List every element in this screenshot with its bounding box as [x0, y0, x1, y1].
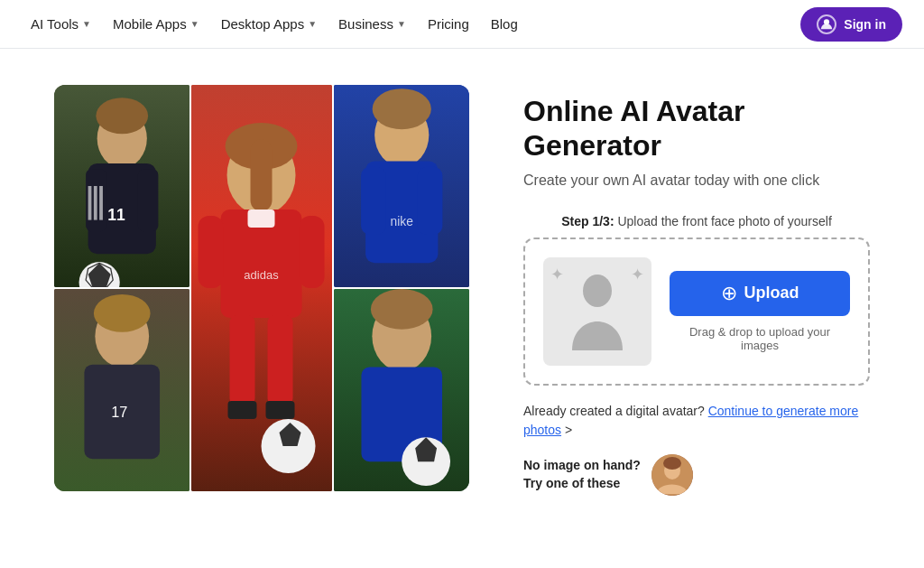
already-suffix: >	[565, 423, 572, 437]
collage-photo-right-bottom	[334, 289, 469, 491]
svg-rect-29	[266, 401, 295, 419]
right-panel: Online AI Avatar Generator Create your o…	[523, 85, 870, 496]
chevron-down-icon: ▼	[308, 19, 317, 29]
svg-rect-20	[251, 139, 273, 211]
user-icon	[817, 14, 836, 34]
svg-point-33	[372, 88, 430, 129]
already-created-text: Already created a digital avatar? Contin…	[523, 402, 870, 440]
svg-rect-36	[361, 167, 386, 235]
nav-item-desktop-apps[interactable]: Desktop Apps ▼	[212, 11, 326, 37]
collage-photo-right-top: nike	[334, 85, 469, 287]
svg-rect-27	[268, 315, 293, 405]
drag-drop-text: Drag & drop to upload your images	[670, 325, 850, 352]
svg-rect-37	[417, 167, 442, 235]
collage-photo-center: adidas	[191, 85, 331, 491]
upload-button-label: Upload	[744, 284, 799, 303]
svg-point-6	[96, 98, 148, 134]
svg-text:17: 17	[111, 404, 127, 420]
svg-text:adidas: adidas	[245, 268, 280, 282]
no-image-line1: No image on hand?	[523, 457, 641, 475]
step-description: Upload the front face photo of yourself	[617, 214, 831, 228]
upload-button[interactable]: ⊕ Upload	[670, 271, 850, 316]
upload-zone[interactable]: ✦ ✦ ⊕ Upload Drag & drop to upload your …	[523, 237, 870, 386]
chevron-down-icon: ▼	[82, 19, 91, 29]
collage-center-col: adidas	[191, 85, 331, 491]
nav-items: AI Tools ▼ Mobile Apps ▼ Desktop Apps ▼ …	[22, 11, 800, 37]
main-content: 11	[0, 49, 924, 532]
nav-label-blog: Blog	[491, 16, 518, 32]
nav-label-mobile-apps: Mobile Apps	[113, 16, 187, 32]
nav-label-ai-tools: AI Tools	[31, 16, 79, 32]
nav-label-pricing: Pricing	[428, 16, 469, 32]
svg-rect-26	[230, 315, 255, 405]
no-image-row: No image on hand? Try one of these	[523, 454, 870, 496]
photo-collage: 11	[54, 85, 469, 491]
svg-rect-24	[248, 210, 275, 228]
svg-rect-22	[199, 216, 224, 288]
upload-preview: ✦ ✦	[543, 257, 651, 366]
svg-point-43	[583, 275, 612, 307]
nav-item-ai-tools[interactable]: AI Tools ▼	[22, 11, 100, 37]
step-label: Step 1/3: Upload the front face photo of…	[523, 214, 870, 228]
collage-right-col: nike	[334, 85, 469, 491]
svg-point-46	[663, 457, 681, 470]
sign-in-button[interactable]: Sign in	[800, 7, 902, 42]
navbar: AI Tools ▼ Mobile Apps ▼ Desktop Apps ▼ …	[0, 0, 924, 49]
nav-item-business[interactable]: Business ▼	[329, 11, 415, 37]
svg-point-40	[370, 289, 432, 330]
sparkle-icon-tl: ✦	[550, 265, 564, 284]
plus-icon: ⊕	[721, 282, 737, 305]
upload-actions: ⊕ Upload Drag & drop to upload your imag…	[670, 271, 850, 352]
no-image-line2: Try one of these	[523, 475, 641, 493]
person-silhouette-icon	[561, 271, 633, 352]
nav-item-mobile-apps[interactable]: Mobile Apps ▼	[104, 11, 208, 37]
collage-photo-left-top: 11	[54, 85, 189, 287]
collage-photo-left-bottom: 17	[54, 289, 189, 491]
nav-label-desktop-apps: Desktop Apps	[221, 16, 305, 32]
svg-rect-5	[138, 169, 159, 231]
svg-rect-23	[300, 216, 325, 288]
nav-item-pricing[interactable]: Pricing	[419, 11, 478, 37]
svg-rect-8	[88, 186, 92, 220]
svg-rect-9	[94, 186, 97, 220]
hero-title: Online AI Avatar Generator	[523, 94, 870, 163]
no-image-text: No image on hand? Try one of these	[523, 457, 641, 492]
hero-subtitle: Create your own AI avatar today with one…	[523, 172, 870, 189]
sign-in-label: Sign in	[844, 17, 886, 32]
sample-avatar-image	[651, 454, 693, 496]
svg-text:11: 11	[107, 206, 125, 224]
nav-label-business: Business	[338, 16, 393, 32]
nav-item-blog[interactable]: Blog	[482, 11, 527, 37]
collage-left-col: 11	[54, 85, 189, 491]
svg-point-14	[94, 294, 151, 332]
already-text-static: Already created a digital avatar?	[523, 404, 705, 418]
step-number: Step 1/3:	[561, 214, 614, 228]
svg-text:nike: nike	[390, 215, 413, 228]
chevron-down-icon: ▼	[190, 19, 199, 29]
svg-rect-28	[228, 401, 257, 419]
sparkle-icon-tr: ✦	[631, 265, 644, 284]
sample-avatar[interactable]	[651, 454, 693, 496]
chevron-down-icon: ▼	[397, 19, 406, 29]
svg-rect-10	[99, 186, 103, 220]
